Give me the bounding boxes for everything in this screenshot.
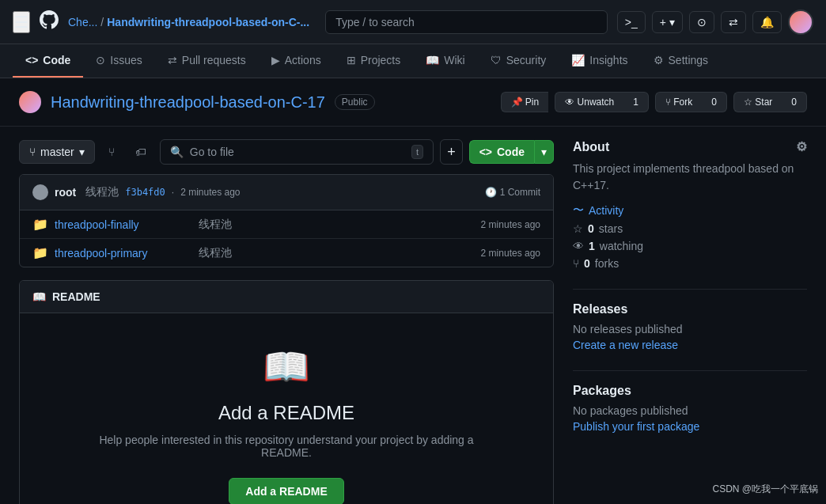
file-table-header: root 线程池 f3b4fd0 · 2 minutes ago 🕐 1 Com… <box>20 175 553 210</box>
pull-requests-button[interactable]: ⇄ <box>721 11 746 33</box>
commit-separator: · <box>172 187 174 198</box>
search-input[interactable] <box>325 10 608 34</box>
commit-author-name[interactable]: root <box>55 186 76 199</box>
file-row: 📁 threadpool-primary 线程池 2 minutes ago <box>20 239 553 267</box>
unwatch-button[interactable]: 👁 Unwatch <box>555 92 623 112</box>
readme-section: 📖 README 📖 Add a README Help people inte… <box>19 280 554 504</box>
nav-item-settings[interactable]: ⚙ Settings <box>641 44 722 78</box>
nav-label-projects: Projects <box>361 54 401 66</box>
releases-section: Releases No releases published Create a … <box>573 302 807 351</box>
star-button-group: ☆ Star 0 <box>733 92 807 112</box>
folder-icon: 📁 <box>32 217 48 232</box>
terminal-button[interactable]: >_ <box>617 11 646 33</box>
nav-item-issues[interactable]: ⊙ Issues <box>83 44 154 78</box>
repo-files-section: ⑂ master ▾ ⑂ 🏷 🔍 Go to file t + <> Code … <box>19 139 554 504</box>
commit-author-avatar <box>32 184 48 200</box>
nav-label-code: Code <box>43 54 70 66</box>
code-button-group: <> Code ▾ <box>469 140 554 164</box>
security-icon: 🛡 <box>491 54 502 66</box>
fork-count-button[interactable]: 0 <box>702 92 727 112</box>
owner-avatar <box>19 91 41 113</box>
star-icon: ☆ <box>573 222 583 235</box>
readme-header: 📖 README <box>20 281 553 313</box>
nav-item-code[interactable]: <> Code <box>13 44 83 78</box>
branch-selector[interactable]: ⑂ master ▾ <box>19 140 95 164</box>
no-releases-text: No releases published <box>573 323 807 335</box>
org-name-link[interactable]: Che... <box>68 16 97 28</box>
hamburger-menu-button[interactable]: ☰ <box>13 11 30 33</box>
repo-navigation: <> Code ⊙ Issues ⇄ Pull requests ▶ Actio… <box>0 44 826 78</box>
repo-name-link[interactable]: Handwriting-threadpool-based-on-C-... <box>107 16 309 28</box>
nav-item-wiki[interactable]: 📖 Wiki <box>413 44 477 78</box>
top-navigation: ☰ Che... / Handwriting-threadpool-based-… <box>0 0 826 44</box>
settings-gear-icon[interactable]: ⚙ <box>796 139 807 154</box>
settings-icon: ⚙ <box>654 54 664 66</box>
stars-stat: ☆ 0 stars <box>573 222 807 235</box>
releases-title: Releases <box>573 302 807 316</box>
sidebar-divider-2 <box>573 370 807 371</box>
add-file-button[interactable]: + <box>440 139 463 165</box>
packages-title: Packages <box>573 384 807 398</box>
nav-item-security[interactable]: 🛡 Security <box>478 44 559 78</box>
issues-button[interactable]: ⊙ <box>689 11 714 33</box>
about-section: About ⚙ This project implements threadpo… <box>573 139 807 270</box>
readme-subtitle: Help people interested in this repositor… <box>97 434 476 459</box>
nav-item-pullrequests[interactable]: ⇄ Pull requests <box>155 44 259 78</box>
about-title: About ⚙ <box>573 139 807 154</box>
activity-icon: 〜 <box>573 203 584 218</box>
file-commit-message: 线程池 <box>199 218 474 232</box>
code-button[interactable]: <> Code <box>469 140 534 164</box>
activity-label: Activity <box>589 204 623 217</box>
create-release-link[interactable]: Create a new release <box>573 339 678 351</box>
commit-time: 2 minutes ago <box>180 187 240 198</box>
projects-icon: ⊞ <box>347 54 356 66</box>
publish-package-link[interactable]: Publish your first package <box>573 420 699 433</box>
chevron-icon: ▾ <box>669 16 675 28</box>
search-bar[interactable] <box>325 10 608 34</box>
file-row: 📁 threadpool-finally 线程池 2 minutes ago <box>20 210 553 239</box>
nav-item-projects[interactable]: ⊞ Projects <box>334 44 414 78</box>
forks-stat: ⑂ 0 forks <box>573 257 807 270</box>
pr-icon: ⇄ <box>168 54 177 66</box>
stars-label: stars <box>599 222 623 235</box>
unwatch-button-group: 👁 Unwatch 1 <box>555 92 649 112</box>
user-avatar[interactable] <box>788 9 813 35</box>
code-dropdown-button[interactable]: ▾ <box>534 140 554 164</box>
tag-button[interactable]: 🏷 <box>128 140 153 164</box>
file-time: 2 minutes ago <box>481 248 540 259</box>
search-icon: 🔍 <box>170 146 184 158</box>
go-to-file-input[interactable]: 🔍 Go to file t <box>160 139 434 165</box>
file-table: root 线程池 f3b4fd0 · 2 minutes ago 🕐 1 Com… <box>19 174 554 267</box>
activity-link[interactable]: 〜 Activity <box>573 203 807 218</box>
file-name-link[interactable]: threadpool-primary <box>55 247 192 260</box>
github-logo[interactable] <box>40 10 59 34</box>
commit-count-link[interactable]: 🕐 1 Commit <box>485 187 540 198</box>
watching-label: watching <box>600 240 643 252</box>
repo-title[interactable]: Handwriting-threadpool-based-on-C-17 <box>51 93 325 112</box>
no-packages-text: No packages published <box>573 404 807 417</box>
file-name-link[interactable]: threadpool-finally <box>55 218 192 231</box>
create-new-button[interactable]: + ▾ <box>652 11 683 33</box>
branch-graph-button[interactable]: ⑂ <box>101 140 122 164</box>
forks-icon: ⑂ <box>573 257 579 270</box>
nav-item-actions[interactable]: ▶ Actions <box>259 44 334 78</box>
add-readme-button[interactable]: Add a README <box>229 478 343 504</box>
repo-header-actions: 📌 Pin 👁 Unwatch 1 ⑂ Fork 0 ☆ Star 0 <box>501 92 807 112</box>
nav-item-insights[interactable]: 📈 Insights <box>559 44 640 78</box>
pin-button[interactable]: 📌 Pin <box>501 92 549 112</box>
commit-hash-link[interactable]: f3b4fd0 <box>125 187 165 198</box>
notifications-button[interactable]: 🔔 <box>752 11 782 33</box>
code-icon: <> <box>479 146 492 158</box>
fork-button-group: ⑂ Fork 0 <box>655 92 727 112</box>
unwatch-count-button[interactable]: 1 <box>623 92 649 112</box>
breadcrumb: Che... / Handwriting-threadpool-based-on… <box>68 16 309 28</box>
kbd-shortcut: t <box>411 145 423 159</box>
breadcrumb-separator: / <box>100 16 104 28</box>
actions-icon: ▶ <box>271 54 280 66</box>
commit-count-label: 1 Commit <box>500 187 540 198</box>
readme-content: 📖 Add a README Help people interested in… <box>20 313 553 504</box>
fork-button[interactable]: ⑂ Fork <box>655 92 702 112</box>
nav-label-security: Security <box>506 54 547 66</box>
star-button[interactable]: ☆ Star <box>733 92 782 112</box>
star-count-button[interactable]: 0 <box>782 92 807 112</box>
